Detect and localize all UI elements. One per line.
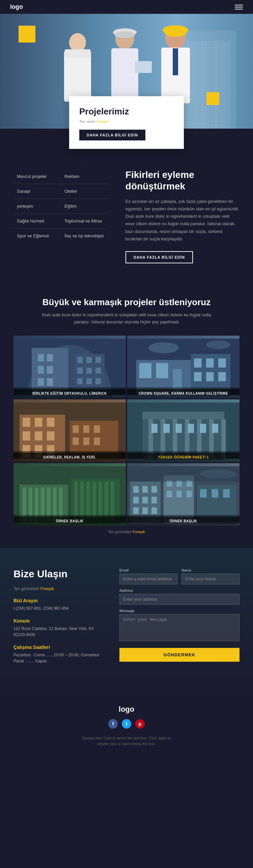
svg-rect-37: [77, 378, 83, 385]
cat-item-egitim[interactable]: Eğitim: [61, 199, 109, 214]
svg-rect-70: [94, 425, 100, 433]
svg-rect-50: [194, 372, 202, 382]
projects-title: Büyük ve karmaşık projeler üstleniyoruz: [13, 297, 240, 308]
svg-rect-129: [200, 489, 207, 498]
categories-list: Mevcut projeler Sanayi yerleşim Sağlık h…: [13, 169, 109, 263]
svg-rect-89: [200, 424, 206, 433]
cat-item-reklam[interactable]: Reklam: [61, 169, 109, 184]
svg-point-55: [206, 341, 230, 349]
contact-section: Bize Ulaşın Ten görüntüler Freepik Bizi …: [0, 548, 253, 691]
svg-rect-36: [95, 368, 101, 374]
svg-rect-73: [94, 438, 100, 445]
svg-rect-26: [38, 366, 44, 374]
pinterest-icon: p: [139, 721, 142, 727]
cat-item-sanayi[interactable]: Sanayi: [13, 184, 61, 199]
contact-hours-value: Pazartesi - Cuma .......10:00 – 20:00, C…: [13, 652, 106, 664]
svg-rect-126: [167, 491, 172, 498]
footer: logo f t p Sample text. Click to select …: [0, 691, 253, 753]
project-item-5[interactable]: ÖRNEK BAŞLIK: [127, 463, 240, 526]
logo: logo: [10, 3, 23, 10]
yellow-accent-top: [19, 26, 35, 43]
categories-body: En azından en az çabayla, çok fazla çaba…: [125, 198, 240, 243]
contact-form: Email Name Address Message GÖNDERMEK: [119, 568, 240, 671]
svg-rect-32: [86, 357, 92, 363]
cat-item-yerlesim[interactable]: yerleşim: [13, 199, 61, 214]
address-label: Address: [119, 588, 240, 593]
svg-rect-29: [47, 378, 53, 386]
project-item-4[interactable]: ÖRNEK BAŞLIK: [13, 463, 126, 526]
name-label: Name: [181, 568, 240, 572]
project-grid: BİRLİKTE EĞİTİM ORTAOKULU, LİMERICK: [13, 336, 240, 526]
svg-rect-9: [64, 51, 91, 102]
submit-button[interactable]: GÖNDERMEK: [119, 648, 240, 662]
hero-section: Projelerimiz Ten resim Freepik DAHA FAZL…: [0, 14, 253, 129]
contact-location: Konum 121 Rock Caddesi. 21 Bulvarı, New …: [13, 618, 106, 638]
svg-rect-87: [176, 424, 182, 433]
svg-rect-51: [206, 372, 214, 382]
cat-item-ilac[interactable]: İlaç ve tıp teknolojisi: [61, 229, 109, 243]
svg-rect-85: [151, 424, 158, 433]
address-input[interactable]: [119, 594, 240, 605]
cat-col-left: Mevcut projeler Sanayi yerleşim Sağlık h…: [13, 169, 61, 263]
svg-rect-68: [73, 425, 79, 433]
form-row-email-name: Email Name: [119, 568, 240, 584]
categories-section: Mevcut projeler Sanayi yerleşim Sağlık h…: [0, 156, 253, 280]
svg-rect-63: [35, 431, 43, 441]
svg-rect-114: [133, 486, 139, 493]
yellow-accent-right: [206, 92, 219, 105]
social-facebook-button[interactable]: f: [108, 719, 118, 729]
svg-point-14: [115, 31, 135, 38]
hamburger-menu[interactable]: [235, 5, 243, 9]
project-item-1[interactable]: CROWN SQUARE, KARMA KULLANIM GELİŞTİRME: [127, 336, 240, 398]
svg-rect-20: [173, 48, 178, 75]
contact-hours: Çalışma Saatleri Pazartesi - Cuma ......…: [13, 645, 106, 664]
project-item-2[interactable]: DAİRELER, REKLAM, İŞ YERİ.: [13, 399, 126, 462]
cat-item-spor[interactable]: Spor ve Eğlence: [13, 229, 61, 243]
hero-card: Projelerimiz Ten resim Freepik DAHA FAZL…: [69, 96, 184, 149]
hero-title: Projelerimiz: [79, 106, 174, 117]
svg-rect-61: [47, 418, 55, 427]
hero-cta-button[interactable]: DAHA FAZLA BİLGİ EDİN: [79, 130, 145, 140]
svg-rect-10: [65, 49, 90, 58]
categories-title: Fikirleri eyleme dönüştürmek: [125, 169, 240, 192]
svg-rect-27: [47, 366, 53, 374]
contact-hours-title: Çalışma Saatleri: [13, 645, 106, 650]
message-textarea[interactable]: [119, 614, 240, 641]
svg-rect-48: [206, 359, 214, 368]
social-pinterest-button[interactable]: p: [135, 719, 145, 729]
svg-rect-77: [142, 412, 224, 420]
cat-item-toplumsal[interactable]: Toplumsal ve Miras: [61, 214, 109, 229]
cat-item-saglik[interactable]: Sağlık hizmeti: [13, 214, 61, 229]
footer-sample-text: Sample text. Click to select the text bo…: [76, 735, 177, 746]
svg-rect-28: [38, 378, 44, 386]
categories-cta-button[interactable]: DAHA FAZLA BİLGİ EDİN: [125, 251, 193, 263]
contact-freepik-link[interactable]: Freepik: [40, 586, 54, 591]
projects-freepik-link[interactable]: Freepik: [133, 530, 145, 534]
footer-social: f t p: [7, 719, 246, 729]
cat-item-mevcut[interactable]: Mevcut projeler: [13, 169, 61, 184]
email-input[interactable]: [119, 574, 177, 584]
contact-location-title: Konum: [13, 618, 106, 624]
freepik-link[interactable]: Freepik: [96, 120, 109, 124]
categories-description: Fikirleri eyleme dönüştürmek En azından …: [119, 169, 240, 263]
social-twitter-button[interactable]: t: [122, 719, 131, 729]
contact-freepik: Ten görüntüler Freepik: [13, 586, 106, 591]
footer-logo: logo: [7, 705, 246, 714]
project-item-0[interactable]: BİRLİKTE EĞİTİM ORTAOKULU, LİMERICK: [13, 336, 126, 398]
name-input[interactable]: [181, 574, 240, 584]
project-item-3[interactable]: YÜKSEK ÖĞRENİM PAKETİ 1: [127, 399, 240, 462]
message-label: Message: [119, 609, 240, 613]
contact-title: Bize Ulaşın: [13, 568, 106, 580]
svg-rect-35: [86, 368, 92, 374]
cat-col-right: Reklam Oteller Eğitim Toplumsal ve Miras…: [61, 169, 109, 263]
project-label-1: CROWN SQUARE, KARMA KULLANIM GELİŞTİRME: [127, 389, 240, 398]
svg-rect-121: [142, 507, 148, 514]
contact-call-value: l (234) 567-891, (234) 987-654: [13, 605, 106, 611]
svg-rect-45: [156, 363, 168, 378]
cat-item-oteller[interactable]: Oteller: [61, 184, 109, 199]
svg-rect-62: [23, 431, 30, 441]
projects-section: Büyük ve karmaşık projeler üstleniyoruz …: [0, 280, 253, 548]
svg-point-134: [200, 470, 236, 479]
svg-rect-127: [176, 491, 182, 498]
svg-rect-59: [23, 418, 30, 427]
